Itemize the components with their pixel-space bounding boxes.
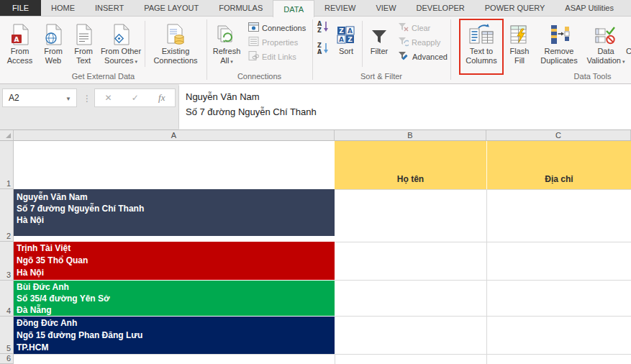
from-access-label: From Access (3, 47, 37, 65)
cell-b1[interactable]: Họ tên (335, 141, 486, 189)
flash-fill-button[interactable]: Flash Fill (505, 19, 534, 70)
group-inner-divider (362, 21, 363, 67)
flash-fill-icon (509, 19, 530, 45)
formula-input[interactable]: Nguyễn Văn Nam Số 7 đường Nguyễn Chí Tha… (179, 84, 631, 129)
tab-insert[interactable]: INSERT (85, 0, 134, 16)
tab-view[interactable]: VIEW (366, 0, 406, 16)
cell-a2-text: Nguyễn Văn Nam Số 7 đường Nguyễn Chí Tha… (17, 191, 332, 235)
row-header-1[interactable]: 1 (0, 141, 14, 189)
text-file-icon (74, 19, 93, 45)
group-label-sort-filter: Sort & Filter (312, 72, 450, 81)
svg-text:A: A (14, 36, 19, 43)
refresh-all-button[interactable]: Refresh All▾ (209, 19, 244, 70)
formula-bar: A2 ▼ ⋮ ✕ ✓ fx Nguyễn Văn Nam Số 7 đường … (0, 84, 631, 130)
cell-a3-text: Trịnh Tài Việt Ngõ 35 Thổ Quan Hà Nội (17, 242, 332, 280)
properties-button[interactable]: Properties (248, 36, 298, 48)
edit-links-button[interactable]: Edit Links (248, 50, 296, 63)
properties-label: Properties (262, 38, 298, 47)
clear-filter-button[interactable]: Clear (398, 22, 430, 34)
properties-icon (248, 37, 259, 47)
name-box-dropdown-icon[interactable]: ▼ (65, 96, 71, 102)
from-other-sources-button[interactable]: From Other Sources▾ (98, 19, 144, 70)
record-line: Bùi Đức Anh (17, 281, 332, 293)
dropdown-arrow-icon: ▾ (135, 59, 137, 64)
other-sources-icon (112, 19, 130, 45)
tab-page-layout[interactable]: PAGE LAYOUT (134, 0, 209, 16)
gridline (335, 280, 631, 281)
gridline (335, 189, 631, 190)
tab-power-query[interactable]: POWER QUERY (475, 0, 555, 16)
formula-bar-resize-dots-icon[interactable]: ⋮ (83, 94, 91, 104)
sort-button[interactable]: ZAAZ Sort (332, 19, 360, 70)
cancel-icon[interactable]: ✕ (105, 93, 112, 103)
from-other-sources-label: From Other Sources▾ (98, 47, 144, 66)
record-line: Trịnh Tài Việt (17, 242, 332, 255)
row-header-5[interactable]: 5 (0, 317, 14, 354)
select-all-corner[interactable] (0, 130, 14, 141)
record-line: TP.HCM (17, 342, 332, 354)
reapply-filter-label: Reapply (412, 38, 440, 47)
svg-text:Z: Z (317, 27, 322, 33)
text-to-columns-highlight-box (459, 19, 504, 75)
record-line: Đà Nẵng (17, 304, 332, 316)
from-access-button[interactable]: A From Access (3, 19, 37, 70)
refresh-all-text: Refresh All (213, 47, 241, 65)
remove-duplicates-label: Remove Duplicates (535, 47, 583, 65)
formula-buttons: ✕ ✓ fx (94, 88, 176, 107)
cell-a5-text: Đồng Đức Anh Ngõ 15 đường Phan Đăng Lưu … (17, 317, 332, 354)
tab-home[interactable]: HOME (41, 0, 85, 16)
sort-az-icon: AZ (315, 19, 331, 35)
cell-c1[interactable]: Địa chỉ (487, 141, 631, 189)
refresh-all-label: Refresh All▾ (209, 47, 244, 66)
row-header-6[interactable]: 6 (0, 354, 14, 364)
existing-connections-button[interactable]: Existing Connections (147, 19, 204, 70)
tab-review[interactable]: REVIEW (314, 0, 366, 16)
column-header-c[interactable]: C (486, 130, 631, 141)
remove-duplicates-button[interactable]: Remove Duplicates (535, 19, 583, 70)
row-header-4[interactable]: 4 (0, 281, 14, 317)
gridline (335, 354, 335, 364)
record-line: Ngõ 15 đường Phan Đăng Lưu (17, 329, 332, 342)
tab-developer[interactable]: DEVELOPER (407, 0, 475, 16)
tab-data[interactable]: DATA (273, 0, 314, 17)
connections-button[interactable]: Connections (248, 22, 306, 34)
group-divider (450, 19, 451, 80)
name-box[interactable]: A2 ▼ (2, 88, 77, 107)
record-line: Số 35/4 đường Yên Sở (17, 293, 332, 304)
consolidate-button-cut[interactable]: Co (620, 19, 631, 70)
insert-function-icon[interactable]: fx (158, 92, 165, 104)
from-text-button[interactable]: From Text (69, 19, 98, 70)
group-inner-divider (145, 21, 145, 67)
tab-asap-utilities[interactable]: ASAP Utilities (555, 0, 624, 16)
existing-connections-icon (165, 19, 186, 45)
reapply-filter-button[interactable]: Reapply (398, 36, 440, 48)
svg-text:Z: Z (317, 42, 322, 49)
record-line: Đồng Đức Anh (17, 317, 332, 329)
column-header-b[interactable]: B (335, 130, 486, 141)
filter-label: Filter (371, 47, 388, 56)
tab-formulas[interactable]: FORMULAS (209, 0, 273, 16)
group-label-data-tools: Data Tools (554, 72, 631, 81)
from-web-button[interactable]: From Web (39, 19, 68, 70)
sort-label: Sort (339, 47, 353, 56)
filter-button[interactable]: Filter (365, 19, 394, 70)
edit-links-label: Edit Links (262, 53, 296, 61)
connections-label: Connections (262, 24, 306, 32)
tab-file[interactable]: FILE (0, 0, 41, 16)
consolidate-label-cut: Co (626, 47, 631, 56)
record-line: Hà Nội (17, 214, 332, 226)
data-validation-icon (595, 19, 617, 45)
gridline (486, 189, 487, 364)
sort-a-to-z-button[interactable]: AZ (315, 21, 331, 33)
advanced-filter-button[interactable]: Advanced (398, 50, 448, 63)
clear-filter-icon (398, 22, 409, 34)
column-header-a[interactable]: A (14, 130, 335, 141)
row-header-3[interactable]: 3 (0, 242, 14, 281)
sort-z-to-a-button[interactable]: ZA (315, 42, 331, 55)
record-line: Số 7 đường Nguyễn Chí Thanh (17, 203, 332, 214)
dropdown-arrow-icon: ▾ (230, 59, 233, 64)
svg-text:A: A (348, 27, 353, 35)
row-header-2[interactable]: 2 (0, 189, 14, 242)
enter-icon[interactable]: ✓ (132, 93, 139, 103)
data-validation-text: Data Validation (586, 47, 621, 65)
